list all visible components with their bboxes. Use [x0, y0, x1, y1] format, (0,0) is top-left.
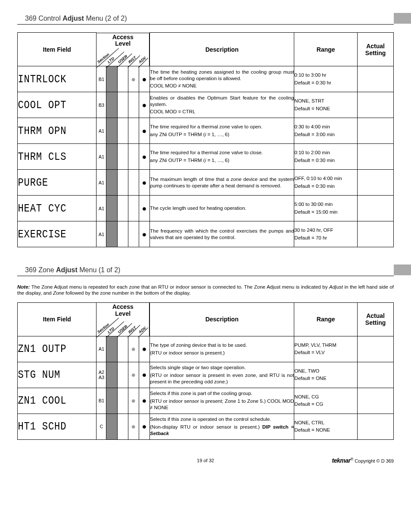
header-adv: ADV — [138, 56, 147, 64]
actual-setting-cell[interactable] — [358, 170, 394, 196]
description-cell: The time required for a thermal zone val… — [150, 144, 294, 170]
section-2-title: 369 Zone Adjust Menu (1 of 2) — [17, 264, 394, 276]
description-cell: The time required for a thermal zone val… — [150, 118, 294, 144]
page-number: 19 of 32 — [197, 458, 214, 463]
access-adv-dot: ● — [139, 92, 149, 118]
section-code: B3 — [97, 92, 106, 118]
item-field-display: THRM CLS — [18, 144, 85, 170]
section-code: A1 — [97, 196, 106, 221]
access-inst-dot — [128, 92, 139, 118]
access-inst-dot: ● — [128, 336, 139, 362]
page-footer: 19 of 32 tekmar® Copyright © D 369 — [17, 457, 394, 466]
range-cell: 0:10 to 3:00 hrDefault = 0:30 hr — [294, 66, 358, 92]
range-cell: 30 to 240 hr, OFFDefault = 70 hr — [294, 221, 358, 247]
access-user-dot — [117, 144, 128, 170]
access-adv-dot: ● — [139, 362, 149, 388]
range-cell: 0:10 to 2:00 minDefault = 0:30 min — [294, 144, 358, 170]
description-cell: The type of zoning device that is to be … — [150, 336, 294, 362]
access-user-dot — [117, 170, 128, 196]
table-row: ZN1 OUTPA1●●The type of zoning device th… — [18, 336, 394, 362]
description-cell: The maximum length of time that a zone d… — [150, 170, 294, 196]
table-row: ZN1 COOLB1●●Selects if this zone is part… — [18, 388, 394, 414]
section-code: C — [97, 414, 106, 439]
header-adv: ADV — [138, 326, 147, 334]
access-user-dot — [117, 66, 128, 92]
access-adv-dot: ● — [139, 170, 149, 196]
access-user-dot — [117, 196, 128, 221]
access-adv-dot: ● — [139, 66, 149, 92]
access-adv-dot: ● — [139, 144, 149, 170]
description-cell: The cycle length used for heating operat… — [150, 196, 294, 221]
range-cell: 5:00 to 30:00 minDefault = 15:00 min — [294, 196, 358, 221]
actual-setting-cell[interactable] — [358, 196, 394, 221]
access-ltd — [106, 196, 117, 221]
header-range: Range — [294, 33, 358, 66]
access-user-dot — [117, 92, 128, 118]
range-cell: NONE, STRTDefault = NONE — [294, 92, 358, 118]
access-adv-dot: ● — [139, 196, 149, 221]
range-cell: NONE, CTRLDefault = NONE — [294, 414, 358, 439]
actual-setting-cell[interactable] — [358, 362, 394, 388]
header-access-level: AccessLevel Section LTD USER INST ADV — [97, 33, 150, 66]
section-1-title: 369 Control Adjust Menu (2 of 2) — [17, 13, 394, 25]
header-item-field: Item Field — [18, 33, 97, 66]
table-row: THRM CLSA1●The time required for a therm… — [18, 144, 394, 170]
title-bold: Adjust — [62, 15, 84, 22]
header-description: Description — [150, 33, 294, 66]
zone-adjust-note: Note: The Zone Adjust menu is repeated f… — [17, 284, 394, 296]
actual-setting-cell[interactable] — [358, 92, 394, 118]
access-ltd — [106, 66, 117, 92]
table-row: EXERCISEA1●The frequency with which the … — [18, 221, 394, 247]
range-cell: PUMP, VLV, THRMDefault = VLV — [294, 336, 358, 362]
access-inst-dot: ● — [128, 362, 139, 388]
access-inst-dot: ● — [128, 66, 139, 92]
control-adjust-table: Item Field AccessLevel Section LTD USER … — [17, 32, 394, 247]
access-user-dot — [117, 221, 128, 247]
header-actual-setting: ActualSetting — [358, 302, 394, 336]
title-prefix: 369 Zone — [25, 266, 56, 274]
description-cell: The time the heating zones assigned to t… — [150, 66, 294, 92]
item-field-display: THRM OPN — [18, 118, 85, 144]
title-suffix: Menu (2 of 2) — [84, 15, 127, 22]
access-inst-dot — [128, 196, 139, 221]
actual-setting-cell[interactable] — [358, 221, 394, 247]
actual-setting-cell[interactable] — [358, 388, 394, 414]
actual-setting-cell[interactable] — [358, 414, 394, 439]
table-row: HT1 SCHDC●●Selects if this zone is opera… — [18, 414, 394, 439]
title-bold: Adjust — [56, 266, 78, 274]
actual-setting-cell[interactable] — [358, 336, 394, 362]
actual-setting-cell[interactable] — [358, 144, 394, 170]
access-ltd — [106, 144, 117, 170]
table-row: COOL OPTB3●Enables or disables the Optim… — [18, 92, 394, 118]
actual-setting-cell[interactable] — [358, 118, 394, 144]
range-cell: NONE, CGDefault = CG — [294, 388, 358, 414]
section-code: A1 — [97, 336, 106, 362]
description-cell: Selects single stage or two stage operat… — [150, 362, 294, 388]
section-code: B1 — [97, 388, 106, 414]
access-inst-dot: ● — [128, 388, 139, 414]
table-row: THRM OPNA1●The time required for a therm… — [18, 118, 394, 144]
copyright-text: Copyright © D 369 — [353, 458, 394, 464]
actual-setting-cell[interactable] — [358, 66, 394, 92]
access-adv-dot: ● — [139, 388, 149, 414]
item-field-display: ZN1 OUTP — [18, 336, 85, 362]
item-field-display: INTRLOCK — [18, 66, 85, 92]
access-ltd — [106, 170, 117, 196]
header-item-field: Item Field — [18, 302, 97, 336]
header-range: Range — [294, 302, 358, 336]
access-inst-dot — [128, 221, 139, 247]
item-field-display: EXERCISE — [18, 221, 85, 247]
item-field-display: ZN1 COOL — [18, 388, 85, 414]
access-inst-dot — [128, 118, 139, 144]
item-field-display: HEAT CYC — [18, 196, 85, 221]
access-ltd — [106, 336, 117, 362]
title-prefix: 369 Control — [25, 15, 62, 22]
description-cell: Selects if this zone is part of the cool… — [150, 388, 294, 414]
range-cell: OFF, 0:10 to 4:00 minDefault = 0:30 min — [294, 170, 358, 196]
header-access-level: AccessLevel Section LTD USER INST ADV — [97, 302, 150, 336]
section-code: A1 — [97, 221, 106, 247]
access-ltd — [106, 118, 117, 144]
access-ltd — [106, 92, 117, 118]
access-ltd — [106, 362, 117, 388]
brand-logo: tekmar — [332, 457, 351, 464]
